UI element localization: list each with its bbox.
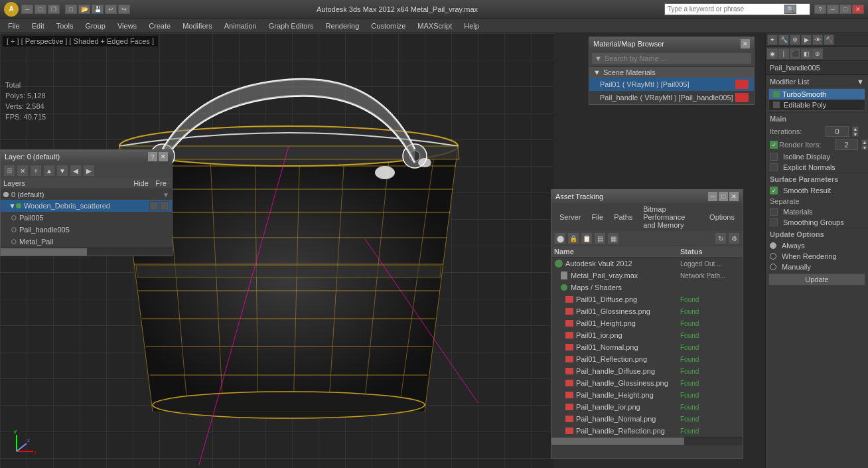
layer-tool-7[interactable]: ▶ [83, 165, 95, 177]
layer-row-wooden[interactable]: ▼ Wooden_Debris_scattered [1, 200, 172, 212]
menu-rendering[interactable]: Rendering [321, 21, 365, 31]
layer-tool-6[interactable]: ◀ [70, 165, 82, 177]
menu-maxscript[interactable]: MAXScript [412, 21, 457, 31]
layer-row-pail-handle005[interactable]: ⬡ Pail_handle005 [1, 224, 172, 236]
menu-edit[interactable]: Edit [27, 21, 50, 31]
rp-icon-motion[interactable]: ▶ [801, 35, 812, 45]
iterations-down[interactable]: ▼ [852, 131, 859, 137]
menu-help[interactable]: Help [459, 21, 484, 31]
layer-row-metal-pail[interactable]: ⬡ Metal_Pail [1, 236, 172, 248]
asset-tracking-minimize[interactable]: ─ [708, 192, 717, 201]
materials-checkbox[interactable] [770, 208, 778, 216]
always-radio[interactable] [770, 242, 776, 249]
search-button[interactable]: 🔍 [784, 5, 796, 14]
layer-freeze-pail[interactable] [160, 213, 169, 222]
at-menu-file[interactable]: File [586, 212, 609, 222]
rp-icon2-2[interactable]: | [778, 48, 789, 59]
smoothing-groups-checkbox[interactable] [770, 218, 778, 226]
layer-hide-metal[interactable] [149, 237, 159, 246]
at-row-handle-glossiness[interactable]: Pail_handle_Glossiness.png Found [551, 377, 743, 389]
at-row-maps-folder[interactable]: Maps / Shaders [551, 281, 743, 293]
when-rendering-radio[interactable] [770, 253, 776, 260]
rp-icon-display[interactable]: 👁 [812, 35, 823, 45]
toolbar-new[interactable]: □ [65, 5, 77, 14]
at-tool-4[interactable]: ▤ [594, 232, 606, 244]
at-scrollbar-h[interactable] [551, 437, 743, 445]
update-button[interactable]: Update [768, 273, 865, 285]
manually-radio[interactable] [770, 264, 776, 270]
at-row-vault[interactable]: Autodesk Vault 2012 Logged Out ... [551, 258, 743, 270]
menu-file[interactable]: File [3, 21, 25, 31]
at-tool-3[interactable]: 📋 [581, 232, 593, 244]
at-row-handle-height[interactable]: Pail_handle_Height.png Found [551, 389, 743, 401]
asset-tracking-maximize[interactable]: □ [719, 192, 728, 201]
at-row-handle-reflection[interactable]: Pail_handle_Reflection.png Found [551, 425, 743, 437]
at-tool-1[interactable]: ⬤ [554, 232, 566, 244]
layer-row-pail005[interactable]: ⬡ Pail005 [1, 212, 172, 224]
iterations-input[interactable] [826, 126, 849, 137]
layer-tool-1[interactable]: ☰ [3, 165, 15, 177]
minimize-btn[interactable]: ─ [21, 5, 33, 14]
layer-hide-toggle[interactable] [149, 201, 159, 210]
layer-freeze-metal[interactable] [160, 237, 169, 246]
at-row-max-file[interactable]: Metal_Pail_vray.max Network Path... [551, 270, 743, 281]
isoline-checkbox[interactable] [770, 153, 778, 161]
toolbar-save[interactable]: 💾 [92, 5, 104, 14]
layer-hide-handle[interactable] [149, 225, 159, 234]
layer-hide-pail[interactable] [149, 213, 159, 222]
toolbar-open[interactable]: 📂 [78, 5, 90, 14]
at-row-pail01-glossiness[interactable]: Pail01_Glossiness.png Found [551, 305, 743, 317]
menu-animation[interactable]: Animation [219, 21, 262, 31]
toolbar-redo[interactable]: ↪ [118, 5, 130, 14]
help-btn[interactable]: ? [814, 5, 826, 14]
at-row-pail01-reflection[interactable]: Pail01_Reflection.png Found [551, 353, 743, 365]
layer-scrollbar-h[interactable] [1, 248, 172, 256]
rp-icon2-1[interactable]: ◉ [767, 48, 778, 59]
menu-group[interactable]: Group [80, 21, 111, 31]
at-menu-options[interactable]: Options [704, 212, 740, 222]
explicit-normals-checkbox[interactable] [770, 163, 778, 171]
menu-tools[interactable]: Tools [51, 21, 79, 31]
at-tool-settings[interactable]: ⚙ [728, 232, 740, 244]
rp-icon-utilities[interactable]: 🔨 [824, 35, 834, 45]
layer-tool-3[interactable]: + [30, 165, 42, 177]
layer-dialog-help[interactable]: ? [148, 152, 157, 161]
rp-icon-create[interactable]: ✦ [767, 35, 778, 45]
at-row-handle-diffuse[interactable]: Pail_handle_Diffuse.png Found [551, 365, 743, 377]
layer-row-default[interactable]: 0 (default) ▼ [1, 189, 172, 200]
modifier-turbosmooth[interactable]: TurboSmooth [769, 89, 865, 100]
at-row-handle-normal[interactable]: Pail_handle_Normal.png Found [551, 413, 743, 425]
render-iters-input[interactable] [835, 139, 858, 150]
layer-freeze-handle[interactable] [160, 225, 169, 234]
iterations-up[interactable]: ▲ [852, 126, 859, 131]
menu-customize[interactable]: Customize [366, 21, 411, 31]
layer-tool-5[interactable]: ▼ [56, 165, 68, 177]
at-menu-bitmap[interactable]: Bitmap Performance and Memory [638, 204, 704, 230]
modifier-editable-poly[interactable]: Editable Poly [769, 100, 865, 110]
menu-modifiers[interactable]: Modifiers [177, 21, 218, 31]
at-tool-2[interactable]: 🔒 [567, 232, 579, 244]
at-row-pail01-diffuse[interactable]: Pail01_Diffuse.png Found [551, 293, 743, 305]
layer-tool-4[interactable]: ▲ [43, 165, 55, 177]
rp-icon2-3[interactable]: ⬛ [790, 48, 800, 59]
layer-dialog-close[interactable]: ✕ [159, 152, 168, 161]
win-max-btn[interactable]: □ [839, 5, 851, 14]
render-iters-down[interactable]: ▼ [861, 145, 868, 150]
at-tool-refresh[interactable]: ↻ [715, 232, 727, 244]
asset-tracking-close[interactable]: ✕ [729, 192, 739, 201]
maximize-btn[interactable]: □ [35, 5, 46, 14]
at-row-pail01-height[interactable]: Pail01_Height.png Found [551, 317, 743, 329]
mat-browser-close[interactable]: ✕ [741, 39, 750, 48]
mat-item-pail01[interactable]: Pail01 ( VRayMtl ) [Pail005] [589, 78, 754, 91]
restore-btn[interactable]: ❐ [48, 5, 60, 14]
rp-icon-modify[interactable]: 🔧 [778, 35, 789, 45]
at-menu-paths[interactable]: Paths [609, 212, 638, 222]
at-tool-5[interactable]: ▦ [607, 232, 619, 244]
smooth-result-check[interactable]: ✓ [770, 187, 778, 195]
render-iters-up[interactable]: ▲ [861, 139, 868, 145]
layer-tool-2[interactable]: ✕ [17, 165, 29, 177]
win-min-btn[interactable]: ─ [827, 5, 839, 14]
at-row-handle-ior[interactable]: Pail_handle_ior.png Found [551, 401, 743, 413]
render-iters-check[interactable]: ✓ [770, 141, 778, 149]
search-input[interactable] [665, 5, 784, 13]
